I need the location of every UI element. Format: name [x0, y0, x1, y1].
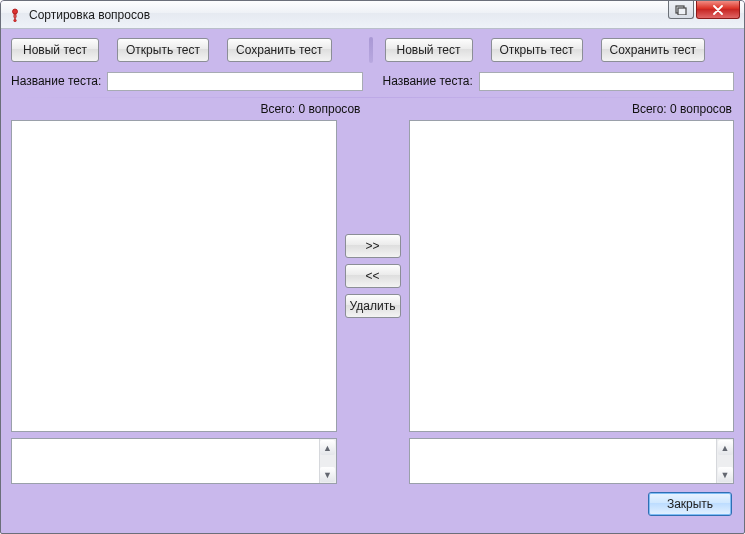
maximize-alt-button[interactable]: [668, 1, 694, 19]
preview-left-scrollbar[interactable]: ▲ ▼: [319, 439, 336, 483]
svg-point-0: [13, 9, 18, 14]
transfer-buttons-col: >> << Удалить: [341, 120, 405, 432]
app-window: Сортировка вопросов Новый тест Открыть т…: [0, 0, 745, 534]
client-area: Новый тест Открыть тест Сохранить тест Н…: [7, 33, 738, 527]
count-separator: [367, 100, 379, 120]
close-window-button[interactable]: [696, 1, 740, 19]
preview-separator: [341, 438, 405, 484]
preview-right[interactable]: ▲ ▼: [409, 438, 735, 484]
name-row-separator: [371, 71, 375, 91]
preview-row: ▲ ▼ ▲ ▼: [7, 432, 738, 484]
test-name-left-input[interactable]: [107, 72, 362, 91]
delete-button[interactable]: Удалить: [345, 294, 401, 318]
test-name-right: Название теста:: [379, 72, 739, 91]
chevron-down-icon[interactable]: ▼: [320, 467, 335, 482]
toolbar-left: Новый тест Открыть тест Сохранить тест: [7, 38, 365, 62]
svg-point-1: [14, 19, 17, 22]
app-icon: [7, 7, 23, 23]
horizontal-divider: [11, 97, 734, 98]
new-test-left-button[interactable]: Новый тест: [11, 38, 99, 62]
preview-right-scrollbar[interactable]: ▲ ▼: [716, 439, 733, 483]
toolbar-separator: [369, 37, 373, 63]
footer: Закрыть: [7, 484, 738, 516]
test-name-right-label: Название теста:: [383, 74, 473, 88]
open-test-left-button[interactable]: Открыть тест: [117, 38, 209, 62]
test-name-left-label: Название теста:: [11, 74, 101, 88]
left-count-label: Всего: 0 вопросов: [7, 100, 367, 120]
window-controls-group: [666, 1, 740, 19]
right-count-label: Всего: 0 вопросов: [379, 100, 739, 120]
chevron-up-icon[interactable]: ▲: [718, 440, 733, 455]
test-name-row: Название теста: Название теста:: [7, 71, 738, 91]
open-test-right-button[interactable]: Открыть тест: [491, 38, 583, 62]
titlebar: Сортировка вопросов: [1, 1, 744, 29]
svg-rect-3: [678, 8, 686, 15]
toolbar-right: Новый тест Открыть тест Сохранить тест: [377, 38, 739, 62]
preview-left[interactable]: ▲ ▼: [11, 438, 337, 484]
close-button[interactable]: Закрыть: [648, 492, 732, 516]
save-test-left-button[interactable]: Сохранить тест: [227, 38, 332, 62]
lists-row: >> << Удалить: [7, 120, 738, 432]
test-name-left: Название теста:: [7, 72, 367, 91]
move-right-button[interactable]: >>: [345, 234, 401, 258]
count-row: Всего: 0 вопросов Всего: 0 вопросов: [7, 100, 738, 120]
window-title: Сортировка вопросов: [29, 8, 150, 22]
toolbar-row: Новый тест Открыть тест Сохранить тест Н…: [7, 33, 738, 71]
new-test-right-button[interactable]: Новый тест: [385, 38, 473, 62]
questions-list-right[interactable]: [409, 120, 735, 432]
chevron-up-icon[interactable]: ▲: [320, 440, 335, 455]
questions-list-left[interactable]: [11, 120, 337, 432]
save-test-right-button[interactable]: Сохранить тест: [601, 38, 706, 62]
move-left-button[interactable]: <<: [345, 264, 401, 288]
test-name-right-input[interactable]: [479, 72, 734, 91]
chevron-down-icon[interactable]: ▼: [718, 467, 733, 482]
